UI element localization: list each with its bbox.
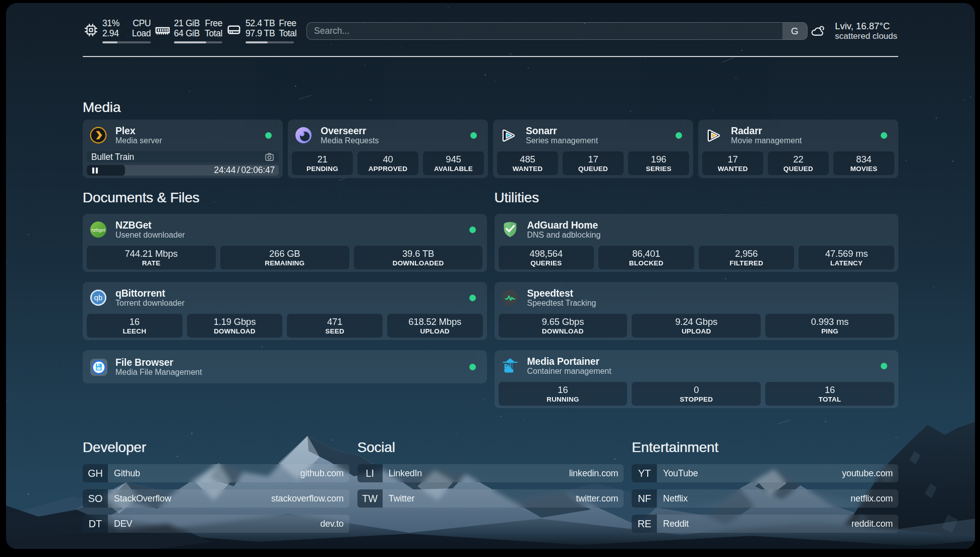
stat-label: PING [821, 327, 838, 336]
stat-box: 2,956 FILTERED [699, 246, 794, 269]
service-subtitle: Series management [526, 136, 598, 145]
column-documents-files: Documents & Files [83, 189, 487, 408]
svg-text:nzbget: nzbget [91, 228, 105, 233]
group-title-media: Media [83, 99, 898, 116]
bookmark-name: YouTube [657, 464, 698, 482]
service-card-qbittorrent[interactable]: qb qBittorrent Torrent downloader [83, 282, 487, 340]
stat-box: 22 QUEUED [768, 151, 829, 175]
bookmark-linkedin[interactable]: LI LinkedIn linkedin.com [357, 464, 624, 482]
bookmark-twitter[interactable]: TW Twitter twitter.com [357, 489, 624, 508]
weather-location-temp: Lviv, 16.87°C [835, 21, 897, 31]
disk-free-label: Free [279, 18, 296, 28]
stat-value: 471 [327, 316, 342, 327]
bookmark-dev[interactable]: DT DEV dev.to [83, 515, 349, 533]
plex-icon [90, 127, 107, 144]
service-subtitle: DNS and adblocking [527, 231, 601, 239]
bookmark-url: linkedin.com [569, 464, 624, 482]
service-card-adguard[interactable]: AdGuard Home DNS and adblocking 498,564 … [495, 214, 899, 272]
service-card-portainer[interactable]: Media Portainer Container management 16 … [495, 350, 899, 408]
bookmark-abbr: TW [357, 489, 383, 508]
search-input[interactable] [307, 23, 782, 39]
stat-label: REMAINING [265, 259, 304, 267]
stat-box: 16 TOTAL [765, 382, 894, 406]
stat-label: PENDING [307, 165, 338, 173]
weather-widget[interactable]: Lviv, 16.87°C scattered clouds [809, 21, 897, 41]
status-dot-online [881, 132, 887, 139]
group-title-documents-files: Documents & Files [83, 189, 487, 206]
group-title-developer: Developer [83, 439, 349, 456]
service-card-sonarr[interactable]: Sonarr Series management 485 WANTED 17 Q… [493, 120, 693, 178]
stat-value: 485 [520, 154, 535, 164]
stat-value: 266 GB [269, 248, 300, 259]
resource-cpu: 31% CPU 2.94 Load [83, 18, 151, 43]
status-dot-online [469, 364, 476, 370]
service-title: File Browser [115, 357, 202, 367]
stat-box: 498,564 QUERIES [499, 246, 594, 269]
stat-label: SERIES [646, 165, 671, 173]
service-subtitle: Movie management [731, 136, 802, 145]
stat-box: 39.6 TB DOWNLOADED [354, 246, 483, 269]
stat-value: 16 [130, 316, 140, 327]
stat-box: 86,401 BLOCKED [598, 246, 694, 269]
service-subtitle: Torrent downloader [115, 299, 185, 307]
service-subtitle: Media File Management [115, 368, 202, 376]
dashboard-screen: 31% CPU 2.94 Load [6, 3, 975, 549]
plex-now-playing: Bullet Train [87, 151, 279, 176]
service-subtitle: Container management [527, 367, 611, 375]
pause-icon [92, 168, 98, 174]
memory-free: 21 GiB [174, 18, 200, 28]
bookmark-youtube[interactable]: YT YouTube youtube.com [632, 464, 898, 482]
bookmark-github[interactable]: GH Github github.com [83, 464, 349, 482]
service-card-radarr[interactable]: Radarr Movie management 17 WANTED 22 QUE… [698, 120, 898, 178]
stat-value: 2,956 [735, 248, 758, 259]
memory-progress-fill [174, 41, 206, 43]
stat-value: 0 [694, 384, 699, 395]
weather-condition: scattered clouds [835, 31, 897, 41]
stat-box: 471 SEED [287, 314, 383, 338]
media-cards-row: Plex Media server Bullet Train [83, 120, 898, 178]
memory-total-label: Total [205, 28, 222, 38]
stat-value: 9.65 Gbps [542, 316, 584, 327]
playback-progress-bar[interactable]: 24:44 / 02:06:47 [87, 165, 279, 176]
bookmark-netflix[interactable]: NF Netflix netflix.com [632, 489, 898, 508]
service-card-filebrowser[interactable]: File Browser Media File Management [83, 350, 487, 383]
stat-label: TOTAL [819, 396, 841, 404]
resource-memory: 21 GiB Free 64 GiB Total [154, 18, 222, 43]
bookmark-url: dev.to [320, 515, 349, 533]
service-title: Radarr [731, 126, 802, 136]
service-card-speedtest[interactable]: Speedtest Speedtest Tracking 9.65 Gbps D… [495, 282, 899, 340]
bookmark-stackoverflow[interactable]: SO StackOverflow stackoverflow.com [83, 489, 349, 508]
stat-box: 618.52 Mbps UPLOAD [387, 314, 483, 338]
service-subtitle: Speedtest Tracking [527, 299, 596, 307]
bookmark-reddit[interactable]: RE Reddit reddit.com [632, 515, 898, 533]
stat-box: 21 PENDING [292, 151, 353, 175]
stat-value: 498,564 [530, 248, 563, 259]
stat-label: APPROVED [369, 165, 407, 173]
svg-text:qb: qb [94, 293, 103, 302]
bookmark-group-entertainment: Entertainment YT YouTube youtube.com NF … [632, 439, 898, 540]
group-title-utilities: Utilities [495, 189, 899, 206]
status-dot-online [469, 295, 476, 301]
stat-box: 16 LEECH [87, 314, 182, 338]
bookmark-name: Netflix [657, 489, 688, 508]
service-card-plex[interactable]: Plex Media server Bullet Train [83, 120, 283, 178]
bookmark-abbr: DT [83, 515, 108, 533]
stat-value: 16 [558, 384, 568, 395]
search-provider-button[interactable]: G [782, 23, 807, 39]
resource-disk: 52.4 TB Free 97.9 TB Total [226, 18, 294, 43]
service-card-nzbget[interactable]: nzbget NZBGet Usenet downloader [83, 214, 487, 272]
video-camera-icon [265, 152, 274, 162]
stat-box: 17 WANTED [702, 151, 763, 175]
playback-elapsed: 24:44 [214, 165, 235, 175]
playback-separator: / [237, 165, 239, 175]
service-card-overseerr[interactable]: Overseerr Media Requests 21 PENDING 40 A… [288, 120, 488, 178]
stat-box: 834 MOVIES [833, 151, 894, 175]
scattered-clouds-icon [809, 22, 826, 39]
cpu-progress-fill [102, 41, 117, 43]
stat-value: 196 [651, 154, 666, 164]
status-dot-online [469, 227, 476, 233]
service-title: Plex [115, 126, 162, 136]
bookmark-url: github.com [300, 464, 349, 482]
disk-progress-fill [246, 41, 268, 43]
stat-box: 1.19 Gbps DOWNLOAD [187, 314, 283, 338]
